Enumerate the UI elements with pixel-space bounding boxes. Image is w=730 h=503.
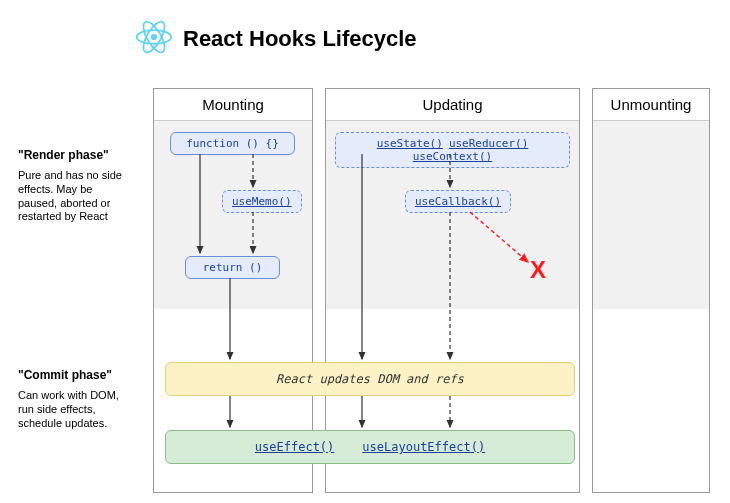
column-header-updating: Updating bbox=[326, 89, 579, 121]
column-unmounting: Unmounting bbox=[592, 88, 710, 493]
node-function: function () {} bbox=[170, 132, 295, 155]
column-header-mounting: Mounting bbox=[154, 89, 312, 121]
band-dom-update: React updates DOM and refs bbox=[165, 362, 575, 396]
column-header-unmounting: Unmounting bbox=[593, 89, 709, 121]
node-return: return () bbox=[185, 256, 280, 279]
node-useMemo[interactable]: useMemo() bbox=[222, 190, 302, 213]
page-title: React Hooks Lifecycle bbox=[183, 26, 417, 52]
node-useCallback[interactable]: useCallback() bbox=[405, 190, 511, 213]
node-state-hooks[interactable]: useState()useReducer()useContext() bbox=[335, 132, 570, 168]
render-phase-label: "Render phase" Pure and has no side effe… bbox=[18, 148, 133, 224]
svg-point-3 bbox=[151, 34, 157, 40]
react-logo-icon bbox=[135, 18, 173, 60]
commit-phase-label: "Commit phase" Can work with DOM, run si… bbox=[18, 368, 133, 430]
x-mark-icon: X bbox=[530, 256, 546, 284]
band-effects[interactable]: useEffect()useLayoutEffect() bbox=[165, 430, 575, 464]
